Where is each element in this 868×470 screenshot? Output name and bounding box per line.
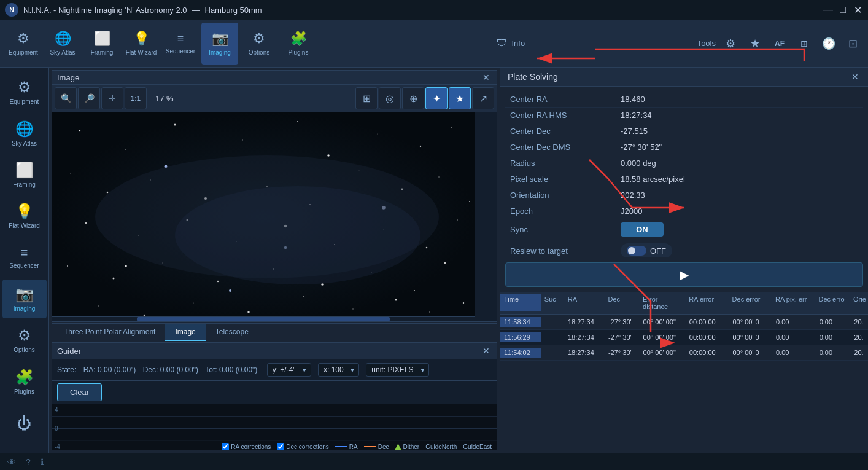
- table-row-2[interactable]: 11:56:29 18:27:34 -27° 30' 00° 00' 00" 0…: [500, 330, 868, 345]
- td-err-1: 00° 00' 00": [640, 317, 686, 327]
- reslew-toggle[interactable]: OFF: [621, 243, 672, 257]
- td-time-1: 11:58:34: [500, 317, 541, 327]
- plate-solving-close[interactable]: ✕: [850, 71, 861, 82]
- center-dec-label: Center Dec: [510, 127, 621, 136]
- radius-label: Radius: [510, 159, 621, 168]
- guider-x-select[interactable]: x: 100: [318, 363, 359, 377]
- play-button[interactable]: ▶: [505, 262, 863, 287]
- tab-telescope[interactable]: Telescope: [206, 324, 258, 341]
- table-row-3[interactable]: 11:54:02 18:27:34 -27° 30' 00° 00' 00" 0…: [500, 345, 868, 361]
- center-ra-hms-value: 18:27:34: [621, 111, 858, 120]
- orientation-label: Orientation: [510, 190, 621, 200]
- sidebar-item-framing[interactable]: ⬜ Framing: [2, 155, 47, 194]
- grid-button[interactable]: ⊞: [355, 87, 378, 109]
- question-icon[interactable]: ?: [26, 457, 31, 467]
- toolbar-item-equipment[interactable]: ⚙ Equipment: [5, 23, 42, 65]
- sidebar-item-sequencer[interactable]: ≡ Sequencer: [2, 238, 47, 277]
- sidebar-sequencer-icon: ≡: [21, 246, 28, 260]
- zoom-in-button[interactable]: 🔍: [55, 87, 77, 109]
- image-view[interactable]: [52, 112, 475, 321]
- sidebar-item-plugins[interactable]: 🧩 Plugins: [2, 362, 47, 401]
- sidebar-item-sky-atlas[interactable]: 🌐 Sky Atlas: [2, 114, 47, 152]
- legend-dec-corr-checkbox[interactable]: [277, 443, 284, 450]
- target-button[interactable]: ⊕: [402, 87, 424, 109]
- maximize-button[interactable]: □: [837, 4, 848, 15]
- svg-point-2: [125, 149, 126, 150]
- close-window-button[interactable]: ✕: [852, 4, 863, 15]
- right-panel-header: Plate Solving ✕: [500, 68, 868, 87]
- legend-ra-corr-checkbox[interactable]: [222, 443, 229, 450]
- svg-point-37: [444, 262, 446, 264]
- sidebar-item-equipment[interactable]: ⚙ Equipment: [2, 72, 47, 111]
- svg-point-30: [113, 278, 115, 280]
- tools-grid-icon[interactable]: ⊞: [794, 34, 814, 53]
- svg-point-53: [175, 186, 420, 284]
- guider-unit-dropdown[interactable]: unit: PIXELS ▼: [366, 363, 429, 377]
- guider-x-wrapper: x: 100 ▼: [318, 366, 361, 374]
- sidebar-item-power[interactable]: ⏻: [2, 404, 47, 443]
- legend-dec: Dec: [364, 444, 389, 450]
- minimize-button[interactable]: —: [823, 4, 834, 15]
- toolbar-item-imaging[interactable]: 📷 Imaging: [201, 23, 238, 65]
- guider-unit-select[interactable]: unit: PIXELS: [366, 363, 429, 377]
- guider-header: Guider ✕: [52, 343, 497, 359]
- legend-dec-line: [364, 446, 376, 447]
- sync-toggle[interactable]: ON: [621, 222, 664, 237]
- flat-wizard-label: Flat Wizard: [126, 49, 157, 56]
- tools-af-icon[interactable]: AF: [770, 34, 789, 53]
- image-panel-close[interactable]: ✕: [481, 72, 492, 83]
- settings-button[interactable]: ↗: [472, 87, 494, 109]
- sidebar-item-flat-wizard[interactable]: 💡 Flat Wizard: [2, 197, 47, 235]
- tab-image[interactable]: Image: [165, 324, 205, 341]
- center-dec-dms-label: Center Dec DMS: [510, 143, 621, 152]
- toolbar-item-sky-atlas[interactable]: 🌐 Sky Atlas: [44, 23, 81, 65]
- tools-star-icon[interactable]: ★: [745, 34, 765, 53]
- tools-history-icon[interactable]: 🕐: [819, 34, 839, 53]
- image-scrollbar[interactable]: [52, 316, 475, 321]
- sidebar-item-imaging[interactable]: 📷 Imaging: [2, 280, 47, 318]
- th-time: Time: [500, 294, 541, 311]
- flat-wizard-icon: 💡: [133, 31, 150, 47]
- guider-y-dropdown[interactable]: y: +/-4" ▼: [267, 363, 311, 377]
- toolbar-item-flat-wizard[interactable]: 💡 Flat Wizard: [123, 23, 160, 65]
- toolbar-item-plugins[interactable]: 🧩 Plugins: [280, 23, 317, 65]
- guider-x-dropdown[interactable]: x: 100 ▼: [318, 363, 359, 377]
- eye-icon[interactable]: 👁: [7, 457, 16, 467]
- center-ra-label: Center RA: [510, 95, 621, 104]
- guider-close[interactable]: ✕: [481, 345, 492, 356]
- right-panel: Plate Solving ✕ Center RA 18.460 Center …: [500, 68, 868, 453]
- guider-y-select[interactable]: y: +/-4": [267, 363, 311, 377]
- tools-expand-icon[interactable]: ⊡: [843, 34, 863, 53]
- center-ra-value: 18.460: [621, 95, 858, 104]
- star-detect-button[interactable]: ✦: [425, 87, 448, 109]
- tools-settings-icon[interactable]: ⚙: [721, 34, 740, 53]
- ps-row-center-ra-hms: Center RA HMS 18:27:34: [505, 108, 863, 123]
- sidebar-item-options[interactable]: ⚙ Options: [2, 321, 47, 359]
- info-status-icon[interactable]: ℹ: [41, 457, 44, 467]
- toolbar-item-options[interactable]: ⚙ Options: [241, 23, 277, 65]
- svg-point-50: [229, 289, 231, 292]
- sidebar-plugins-icon: 🧩: [15, 369, 34, 386]
- circle-button[interactable]: ◎: [379, 87, 401, 109]
- table-row-1[interactable]: 11:58:34 18:27:34 -27° 30' 00° 00' 00" 0…: [500, 315, 868, 330]
- legend-dec-corr-label: Dec corrections: [286, 444, 328, 450]
- zoom-out-button[interactable]: 🔎: [78, 87, 100, 109]
- graph-legend: RA corrections Dec corrections RA Dec: [222, 443, 492, 450]
- sidebar-sky-atlas-label: Sky Atlas: [12, 140, 37, 147]
- imaging-label: Imaging: [209, 49, 231, 56]
- star-display-button[interactable]: ★: [449, 87, 471, 109]
- toolbar-separator: [322, 28, 322, 59]
- legend-dec-label: Dec: [378, 444, 389, 450]
- image-panel-title: Image: [57, 73, 79, 82]
- crosshair-button[interactable]: ✛: [101, 87, 123, 109]
- toolbar-item-framing[interactable]: ⬜ Framing: [83, 23, 120, 65]
- legend-dither: Dither: [395, 444, 419, 450]
- sync-label: Sync: [510, 225, 621, 234]
- svg-point-19: [469, 201, 470, 202]
- info-button[interactable]: 🛡 Info: [489, 34, 532, 52]
- titlebar-controls: — □ ✕: [823, 4, 863, 15]
- tab-three-point-polar[interactable]: Three Point Polar Alignment: [54, 324, 165, 341]
- clear-button[interactable]: Clear: [57, 383, 102, 401]
- toolbar-item-sequencer[interactable]: ≡ Sequencer: [162, 23, 199, 65]
- 1to1-button[interactable]: 1:1: [125, 87, 147, 109]
